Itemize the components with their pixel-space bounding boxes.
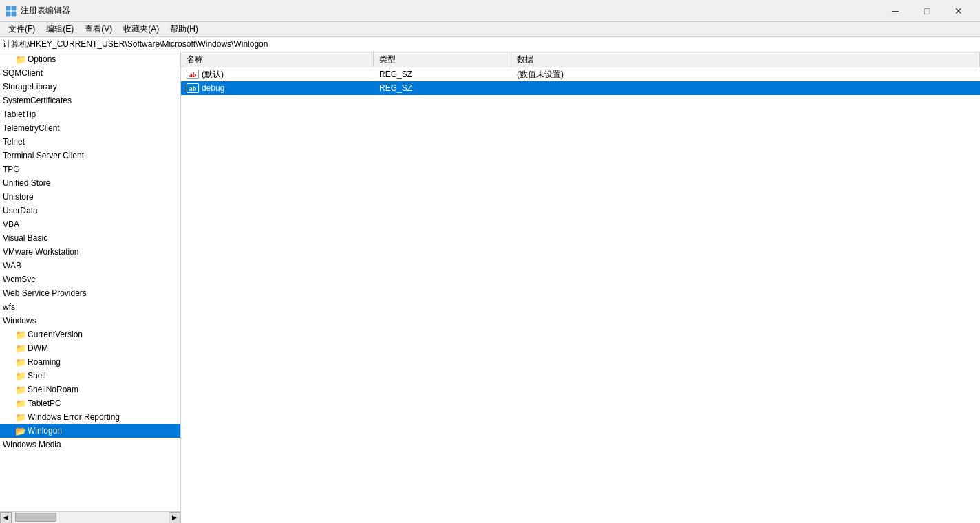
tree-item-terminalserverclient[interactable]: Terminal Server Client <box>0 149 180 162</box>
tree-item-label: TabletTip <box>3 109 36 119</box>
close-button[interactable]: ✕ <box>943 0 974 22</box>
window-controls: ─ □ ✕ <box>880 0 974 22</box>
col-header-name: 名称 <box>181 52 374 67</box>
scroll-track[interactable] <box>12 512 169 523</box>
tree-item-label: SQMClient <box>3 68 43 78</box>
tree-item-telnet[interactable]: Telnet <box>0 135 180 149</box>
menu-bar: 文件(F) 编辑(E) 查看(V) 收藏夹(A) 帮助(H) <box>0 22 980 37</box>
tree-item-systemcertificates[interactable]: SystemCertificates <box>0 94 180 107</box>
tree-item-currentversion[interactable]: 📁 CurrentVersion <box>0 328 180 341</box>
tree-item-telemetryclient[interactable]: TelemetryClient <box>0 121 180 135</box>
tree-item-label: wfs <box>3 302 15 312</box>
title-bar: 注册表编辑器 ─ □ ✕ <box>0 0 980 22</box>
tree-item-label: Windows Error Reporting <box>28 412 120 422</box>
address-bar: 计算机\HKEY_CURRENT_USER\Software\Microsoft… <box>0 37 980 52</box>
tree-item-webserviceproviders[interactable]: Web Service Providers <box>0 286 180 300</box>
menu-file[interactable]: 文件(F) <box>3 22 41 36</box>
reg-string-icon: ab <box>187 70 199 79</box>
value-data-debug <box>511 87 980 89</box>
value-data-default: (数值未设置) <box>511 68 980 81</box>
tree-item-visualbasic[interactable]: Visual Basic <box>0 231 180 245</box>
tree-item-wfs[interactable]: wfs <box>0 300 180 314</box>
tree-item-label: Web Service Providers <box>3 288 87 298</box>
tree-item-label: Windows <box>3 316 36 325</box>
folder-icon: 📁 <box>15 384 26 395</box>
tree-horizontal-scrollbar[interactable]: ◀ ▶ <box>0 511 180 523</box>
value-row-debug[interactable]: ab debug REG_SZ <box>181 81 980 95</box>
folder-icon-open: 📂 <box>15 425 26 436</box>
tree-panel: 📁 Options SQMClient StorageLibrary Syste… <box>0 52 181 523</box>
folder-icon: 📁 <box>15 54 26 65</box>
tree-item-wab[interactable]: WAB <box>0 259 180 273</box>
tree-item-label: Windows Media <box>3 440 61 449</box>
tree-item-vba[interactable]: VBA <box>0 217 180 231</box>
tree-item-wcmsvc[interactable]: WcmSvc <box>0 273 180 286</box>
tree-item-roaming[interactable]: 📁 Roaming <box>0 355 180 369</box>
maximize-button[interactable]: □ <box>911 0 943 22</box>
tree-item-label: WAB <box>3 261 21 270</box>
svg-rect-3 <box>12 12 16 16</box>
tree-item-windows[interactable]: Windows <box>0 314 180 328</box>
tree-item-label: Unified Store <box>3 178 50 188</box>
values-panel: 名称 类型 数据 ab (默认) REG_SZ (数值未设置) ab debug <box>181 52 980 523</box>
tree-item-label: TabletPC <box>28 398 61 408</box>
tree-item-unifiedstore[interactable]: Unified Store <box>0 176 180 190</box>
tree-item-userdata[interactable]: UserData <box>0 204 180 217</box>
tree-item-dwm[interactable]: 📁 DWM <box>0 341 180 355</box>
tree-item-windowsmedia[interactable]: Windows Media <box>0 438 180 451</box>
tree-item-options[interactable]: 📁 Options <box>0 52 180 66</box>
tree-item-label: UserData <box>3 206 38 215</box>
tree-item-label: Roaming <box>28 357 61 367</box>
value-row-default[interactable]: ab (默认) REG_SZ (数值未设置) <box>181 67 980 81</box>
folder-icon: 📁 <box>15 343 26 354</box>
tree-scroll[interactable]: 📁 Options SQMClient StorageLibrary Syste… <box>0 52 180 511</box>
tree-item-label: Terminal Server Client <box>3 151 84 160</box>
tree-item-label: Options <box>28 54 56 64</box>
tree-item-unistore[interactable]: Unistore <box>0 190 180 204</box>
menu-edit[interactable]: 编辑(E) <box>41 22 79 36</box>
tree-item-windowserrorreporting[interactable]: 📁 Windows Error Reporting <box>0 410 180 424</box>
tree-item-label: WcmSvc <box>3 275 35 284</box>
app-icon <box>6 6 17 17</box>
reg-string-icon-debug: ab <box>187 83 199 93</box>
tree-item-label: VBA <box>3 220 19 229</box>
col-header-data: 数据 <box>511 52 980 67</box>
folder-icon: 📁 <box>15 370 26 381</box>
folder-icon: 📁 <box>15 412 26 423</box>
tree-item-label: TelemetryClient <box>3 123 60 133</box>
tree-item-shellnoroam[interactable]: 📁 ShellNoRoam <box>0 383 180 396</box>
tree-item-label: Shell <box>28 371 46 381</box>
value-type-default: REG_SZ <box>374 69 511 80</box>
tree-item-tabletpc[interactable]: 📁 TabletPC <box>0 396 180 410</box>
folder-icon: 📁 <box>15 398 26 409</box>
tree-item-tablettip[interactable]: TabletTip <box>0 107 180 121</box>
minimize-button[interactable]: ─ <box>880 0 911 22</box>
window-title: 注册表编辑器 <box>21 5 880 17</box>
tree-item-label: CurrentVersion <box>28 330 83 339</box>
tree-item-label: VMware Workstation <box>3 247 78 257</box>
tree-item-label: Telnet <box>3 137 25 147</box>
tree-item-shell[interactable]: 📁 Shell <box>0 369 180 383</box>
svg-rect-0 <box>6 6 10 10</box>
menu-favorites[interactable]: 收藏夹(A) <box>118 22 164 36</box>
scroll-left-button[interactable]: ◀ <box>0 512 12 524</box>
value-name-debug: ab debug <box>181 83 374 94</box>
tree-item-vmwareworkstation[interactable]: VMware Workstation <box>0 245 180 259</box>
values-body: ab (默认) REG_SZ (数值未设置) ab debug REG_SZ <box>181 67 980 523</box>
tree-item-tpg[interactable]: TPG <box>0 162 180 176</box>
folder-icon: 📁 <box>15 329 26 340</box>
scroll-right-button[interactable]: ▶ <box>169 512 180 524</box>
tree-item-sqmclient[interactable]: SQMClient <box>0 66 180 80</box>
tree-item-label: SystemCertificates <box>3 96 72 105</box>
value-name-default: ab (默认) <box>181 68 374 81</box>
tree-item-label: Visual Basic <box>3 233 47 243</box>
tree-item-label: StorageLibrary <box>3 82 57 92</box>
tree-item-label: Unistore <box>3 192 34 202</box>
menu-view[interactable]: 查看(V) <box>79 22 118 36</box>
menu-help[interactable]: 帮助(H) <box>164 22 204 36</box>
folder-icon: 📁 <box>15 356 26 367</box>
tree-item-storagelibrary[interactable]: StorageLibrary <box>0 80 180 94</box>
svg-rect-1 <box>12 6 16 10</box>
scroll-thumb[interactable] <box>15 513 56 522</box>
tree-item-winlogon[interactable]: 📂 Winlogon <box>0 424 180 438</box>
